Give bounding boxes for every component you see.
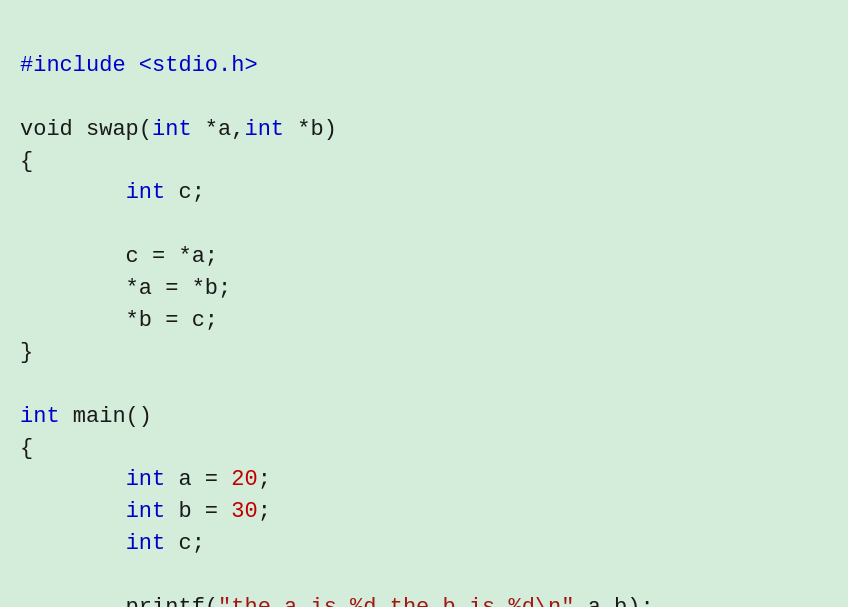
code-line: { — [20, 146, 828, 178]
code-token: int — [126, 531, 166, 556]
code-token: { — [20, 149, 33, 174]
code-line: void swap(int *a,int *b) — [20, 114, 828, 146]
code-line: #include <stdio.h> — [20, 50, 828, 82]
code-token: c; — [165, 531, 205, 556]
code-token — [20, 180, 126, 205]
code-line: int c; — [20, 177, 828, 209]
code-token: int — [126, 180, 166, 205]
code-line: { — [20, 433, 828, 465]
code-line — [20, 209, 828, 241]
code-line: c = *a; — [20, 241, 828, 273]
code-token: ; — [258, 467, 271, 492]
code-token: *a = *b; — [20, 276, 231, 301]
code-token: "the a is %d,the b is %d\n" — [218, 595, 574, 607]
code-line — [20, 560, 828, 592]
code-token: *b) — [284, 117, 337, 142]
code-token: int — [20, 404, 60, 429]
code-token: ; — [258, 499, 271, 524]
code-token: *a, — [192, 117, 245, 142]
code-token: printf( — [20, 595, 218, 607]
code-line: int main() — [20, 401, 828, 433]
code-token: { — [20, 436, 33, 461]
code-line — [20, 369, 828, 401]
code-line: int b = 30; — [20, 496, 828, 528]
code-token — [20, 531, 126, 556]
code-token: c; — [165, 180, 205, 205]
code-token: *b = c; — [20, 308, 218, 333]
code-token: ,a,b); — [575, 595, 654, 607]
code-token — [20, 499, 126, 524]
code-line: printf("the a is %d,the b is %d\n",a,b); — [20, 592, 828, 607]
code-token: int — [126, 467, 166, 492]
code-token: a = — [165, 467, 231, 492]
code-token: } — [20, 340, 33, 365]
code-token: 30 — [231, 499, 257, 524]
code-line: int c; — [20, 528, 828, 560]
code-editor: #include <stdio.h> void swap(int *a,int … — [20, 18, 828, 607]
code-token: int — [126, 499, 166, 524]
code-token — [20, 467, 126, 492]
code-token: b = — [165, 499, 231, 524]
code-token: main() — [60, 404, 152, 429]
code-token: int — [244, 117, 284, 142]
code-token: c = *a; — [20, 244, 218, 269]
code-token: 20 — [231, 467, 257, 492]
code-line — [20, 82, 828, 114]
code-token: void swap( — [20, 117, 152, 142]
code-line: *b = c; — [20, 305, 828, 337]
code-line: } — [20, 337, 828, 369]
code-line: int a = 20; — [20, 464, 828, 496]
code-token: int — [152, 117, 192, 142]
code-token: #include <stdio.h> — [20, 53, 258, 78]
code-line: *a = *b; — [20, 273, 828, 305]
